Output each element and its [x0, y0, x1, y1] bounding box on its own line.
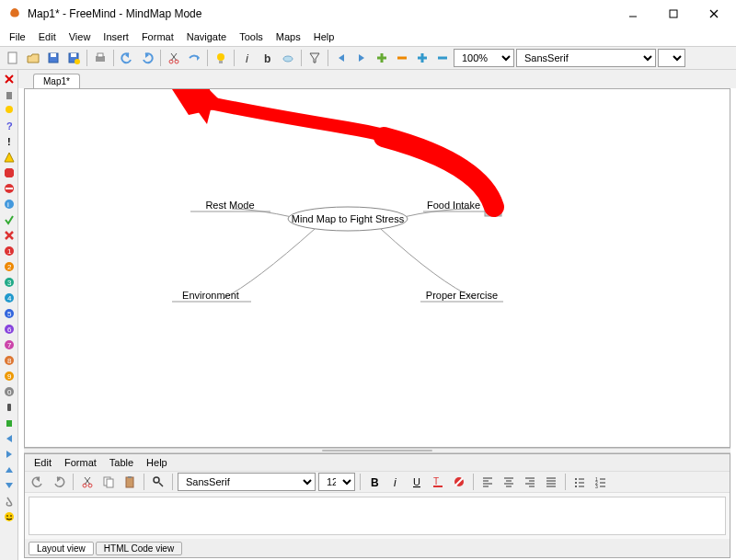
mindmap-canvas[interactable]: Mind Map to Fight Stress Rest Mode Food …: [24, 88, 730, 448]
document-tab[interactable]: Map1*: [33, 74, 80, 88]
note-underline-icon[interactable]: U: [408, 473, 426, 491]
question-icon[interactable]: ?: [2, 119, 17, 133]
idea-icon[interactable]: [212, 49, 230, 67]
child-node-1[interactable]: Food Intake: [427, 200, 480, 211]
root-node[interactable]: Mind Map to Fight Stress: [292, 213, 405, 224]
priority-1-icon[interactable]: 1: [2, 244, 17, 258]
no-icon[interactable]: [2, 181, 17, 196]
font-size-combo[interactable]: 12: [658, 49, 685, 67]
priority-5-icon[interactable]: 5: [2, 306, 17, 321]
note-bold-icon[interactable]: B: [365, 473, 384, 491]
note-clear-format-icon[interactable]: [450, 473, 468, 491]
note-align-left-icon[interactable]: [478, 473, 497, 491]
note-redo-icon[interactable]: [50, 473, 68, 491]
note-tab-html[interactable]: HTML Code view: [96, 542, 182, 555]
nextmap-icon[interactable]: [185, 49, 203, 67]
font-family-combo[interactable]: SansSerif: [516, 49, 656, 67]
note-menu-help[interactable]: Help: [141, 456, 173, 469]
note-font-size-combo[interactable]: 12: [318, 473, 355, 491]
open-icon[interactable]: [24, 49, 42, 67]
right-arrow-icon[interactable]: [352, 49, 371, 67]
menu-format[interactable]: Format: [136, 29, 179, 44]
close-button[interactable]: [699, 3, 729, 25]
child-node-3[interactable]: Proper Exercise: [426, 290, 498, 301]
menu-help[interactable]: Help: [308, 29, 340, 44]
priority-8-icon[interactable]: 8: [2, 353, 17, 368]
menu-view[interactable]: View: [63, 29, 97, 44]
undo-icon[interactable]: [118, 49, 136, 67]
warning-icon[interactable]: [2, 150, 17, 165]
smiley-icon[interactable]: [2, 509, 17, 524]
down-icon[interactable]: [2, 478, 17, 493]
idea-sidebar-icon[interactable]: [2, 103, 17, 118]
note-font-family-combo[interactable]: SansSerif: [178, 473, 316, 491]
note-number-list-icon[interactable]: 123: [592, 473, 610, 491]
priority-0-icon[interactable]: 0: [2, 384, 17, 399]
phone-icon[interactable]: [2, 400, 17, 415]
menu-navigate[interactable]: Navigate: [181, 29, 232, 44]
maximize-button[interactable]: [659, 3, 688, 25]
save-icon[interactable]: [44, 49, 63, 67]
child-node-2[interactable]: Environment: [182, 290, 239, 301]
up-icon[interactable]: [2, 463, 17, 477]
attach-icon[interactable]: [2, 494, 17, 509]
note-paste-icon[interactable]: [121, 473, 139, 491]
priority-2-icon[interactable]: 2: [2, 259, 17, 274]
note-font-color-icon[interactable]: T: [429, 473, 447, 491]
forward-icon[interactable]: [2, 447, 17, 462]
zoom-combo[interactable]: 100%: [454, 49, 514, 67]
menu-maps[interactable]: Maps: [270, 29, 306, 44]
new-icon[interactable]: [4, 49, 22, 67]
note-align-right-icon[interactable]: [521, 473, 539, 491]
priority-4-icon[interactable]: 4: [2, 291, 17, 305]
note-align-justify-icon[interactable]: [542, 473, 560, 491]
note-tab-layout[interactable]: Layout view: [29, 542, 94, 555]
menu-edit[interactable]: Edit: [33, 29, 62, 44]
note-menu-format[interactable]: Format: [59, 456, 102, 469]
saveas-icon[interactable]: [64, 49, 83, 67]
note-copy-icon[interactable]: [99, 473, 118, 491]
minimize-button[interactable]: [618, 3, 648, 25]
redo-icon[interactable]: [138, 49, 156, 67]
remove-last-icon[interactable]: [2, 72, 17, 86]
filter-icon[interactable]: [305, 49, 324, 67]
left-arrow-icon[interactable]: [332, 49, 351, 67]
menu-tools[interactable]: Tools: [234, 29, 269, 44]
note-menu-edit[interactable]: Edit: [29, 456, 57, 469]
battery-icon[interactable]: [2, 416, 17, 430]
stop-icon[interactable]: [2, 166, 17, 180]
back-icon[interactable]: [2, 431, 17, 446]
panel-splitter[interactable]: [24, 448, 730, 453]
note-find-icon[interactable]: [149, 473, 167, 491]
cut-icon[interactable]: [165, 49, 183, 67]
note-align-center-icon[interactable]: [500, 473, 518, 491]
svg-rect-4: [8, 52, 17, 63]
cloud-icon[interactable]: [279, 49, 297, 67]
note-bullet-list-icon[interactable]: [570, 473, 589, 491]
ok-icon[interactable]: [2, 212, 17, 227]
priority-6-icon[interactable]: 6: [2, 322, 17, 337]
italic-icon[interactable]: i: [238, 49, 257, 67]
print-icon[interactable]: [91, 49, 109, 67]
not-ok-icon[interactable]: [2, 228, 17, 243]
priority-9-icon[interactable]: 9: [2, 369, 17, 383]
important-icon[interactable]: !: [2, 134, 17, 149]
remove-node-icon[interactable]: [393, 49, 411, 67]
note-textarea[interactable]: [29, 497, 726, 535]
svg-text:i: i: [7, 200, 9, 209]
note-menu-table[interactable]: Table: [104, 456, 139, 469]
add-node-icon[interactable]: [373, 49, 391, 67]
info-icon[interactable]: i: [2, 197, 17, 211]
child-node-0[interactable]: Rest Mode: [205, 200, 254, 211]
remove-child-icon[interactable]: [433, 49, 452, 67]
bold-icon[interactable]: b: [259, 49, 277, 67]
note-italic-icon[interactable]: i: [386, 473, 405, 491]
note-undo-icon[interactable]: [29, 473, 47, 491]
trash-icon[interactable]: [2, 87, 17, 102]
menu-insert[interactable]: Insert: [98, 29, 134, 44]
priority-7-icon[interactable]: 7: [2, 337, 17, 352]
add-child-icon[interactable]: [413, 49, 431, 67]
note-cut-icon[interactable]: [78, 473, 97, 491]
menu-file[interactable]: File: [4, 29, 31, 44]
priority-3-icon[interactable]: 3: [2, 275, 17, 290]
